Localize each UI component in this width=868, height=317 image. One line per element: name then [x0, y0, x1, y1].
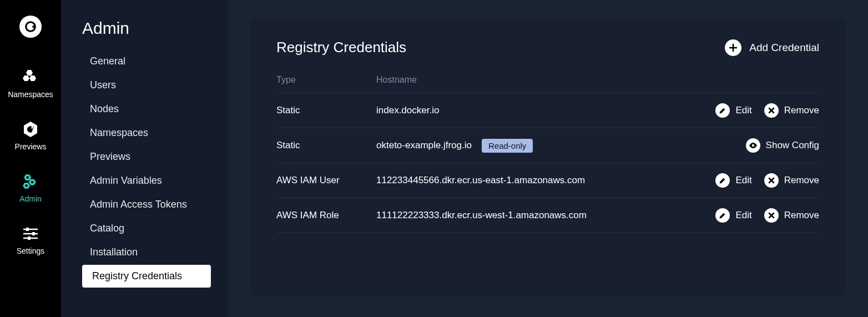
table-header-row: Type Hostname	[276, 75, 819, 93]
row-actions: Show Config	[746, 138, 819, 153]
svg-point-5	[31, 181, 34, 184]
cell-type: AWS IAM User	[276, 175, 376, 186]
rail-label: Admin	[19, 194, 42, 203]
svg-rect-8	[26, 228, 29, 231]
x-icon	[764, 173, 779, 188]
edit-label: Edit	[735, 210, 751, 221]
edit-button[interactable]: Edit	[715, 103, 751, 118]
pencil-icon	[715, 173, 730, 188]
panel-header: Registry Credentials Add Credential	[276, 39, 819, 56]
edit-label: Edit	[735, 175, 751, 186]
show-config-label: Show Config	[766, 140, 819, 151]
sidebar-item-admin-access-tokens[interactable]: Admin Access Tokens	[69, 193, 220, 216]
add-credential-label: Add Credential	[749, 42, 819, 54]
credential-row: Static index.docker.io Edit Remove	[276, 93, 819, 128]
registry-credentials-panel: Registry Credentials Add Credential Type…	[250, 19, 846, 296]
hostname-text: 111122223333.dkr.ecr.us-west-1.amazonaws…	[376, 210, 587, 221]
x-icon	[764, 208, 779, 223]
sidebar-item-catalog[interactable]: Catalog	[69, 217, 220, 240]
cell-type: AWS IAM Role	[276, 210, 376, 221]
row-actions: Edit Remove	[715, 208, 819, 223]
hexagon-cluster-icon	[21, 68, 40, 87]
svg-rect-12	[28, 237, 31, 240]
sidebar-item-installation[interactable]: Installation	[69, 241, 220, 264]
cell-hostname: index.docker.io	[376, 105, 715, 116]
sidebar-item-previews[interactable]: Previews	[69, 145, 220, 168]
edit-button[interactable]: Edit	[715, 208, 751, 223]
preview-icon	[21, 120, 40, 139]
row-actions: Edit Remove	[715, 103, 819, 118]
logo-icon	[24, 21, 37, 33]
rail-item-previews[interactable]: Previews	[15, 120, 47, 151]
plus-icon	[725, 39, 741, 56]
remove-button[interactable]: Remove	[764, 208, 819, 223]
remove-label: Remove	[784, 175, 819, 186]
sidebar-item-namespaces[interactable]: Namespaces	[69, 122, 220, 144]
rail-item-settings[interactable]: Settings	[17, 224, 45, 255]
nav-rail: Namespaces Previews	[0, 0, 61, 317]
cell-hostname: okteto-example.jfrog.io Read-only	[376, 139, 746, 153]
remove-button[interactable]: Remove	[764, 173, 819, 188]
remove-label: Remove	[784, 105, 819, 116]
hostname-text: okteto-example.jfrog.io	[376, 140, 472, 151]
rail-item-namespaces[interactable]: Namespaces	[8, 68, 53, 99]
rail-label: Previews	[15, 142, 47, 151]
sliders-icon	[21, 224, 40, 243]
header-hostname: Hostname	[376, 75, 819, 85]
hostname-text: 112233445566.dkr.ecr.us-east-1.amazonaws…	[376, 175, 585, 186]
sidebar-item-users[interactable]: Users	[69, 74, 220, 97]
svg-point-13	[751, 144, 754, 147]
pencil-icon	[715, 103, 730, 118]
svg-rect-10	[32, 232, 35, 235]
row-actions: Edit Remove	[715, 173, 819, 188]
panel-title: Registry Credentials	[276, 39, 406, 56]
edit-label: Edit	[735, 105, 751, 116]
rail-item-admin[interactable]: Admin	[19, 172, 42, 203]
sidebar-item-registry-credentials[interactable]: Registry Credentials	[82, 265, 211, 288]
add-credential-button[interactable]: Add Credential	[725, 39, 819, 56]
admin-cluster-icon	[21, 172, 40, 191]
cell-type: Static	[276, 140, 376, 151]
rail-label: Settings	[17, 246, 45, 255]
cell-hostname: 112233445566.dkr.ecr.us-east-1.amazonaws…	[376, 175, 715, 186]
cell-type: Static	[276, 105, 376, 116]
pencil-icon	[715, 208, 730, 223]
remove-label: Remove	[784, 210, 819, 221]
show-config-button[interactable]: Show Config	[746, 138, 819, 153]
sidebar-item-admin-variables[interactable]: Admin Variables	[69, 169, 220, 192]
svg-point-1	[32, 26, 35, 28]
hostname-text: index.docker.io	[376, 105, 439, 116]
credential-row: Static okteto-example.jfrog.io Read-only…	[276, 128, 819, 163]
admin-sidebar: Admin General Users Nodes Namespaces Pre…	[61, 0, 228, 317]
edit-button[interactable]: Edit	[715, 173, 751, 188]
eye-icon	[746, 138, 760, 153]
main-content: Registry Credentials Add Credential Type…	[228, 0, 868, 317]
credential-row: AWS IAM User 112233445566.dkr.ecr.us-eas…	[276, 163, 819, 198]
svg-point-4	[26, 176, 29, 179]
sidebar-title: Admin	[61, 19, 228, 38]
svg-point-6	[25, 184, 28, 187]
header-type: Type	[276, 75, 376, 85]
readonly-badge: Read-only	[482, 139, 533, 153]
credential-row: AWS IAM Role 111122223333.dkr.ecr.us-wes…	[276, 198, 819, 233]
sidebar-item-general[interactable]: General	[69, 50, 220, 73]
sidebar-item-nodes[interactable]: Nodes	[69, 98, 220, 120]
cell-hostname: 111122223333.dkr.ecr.us-west-1.amazonaws…	[376, 210, 715, 221]
rail-label: Namespaces	[8, 90, 53, 99]
remove-button[interactable]: Remove	[764, 103, 819, 118]
app-logo[interactable]	[19, 16, 42, 38]
x-icon	[764, 103, 779, 118]
